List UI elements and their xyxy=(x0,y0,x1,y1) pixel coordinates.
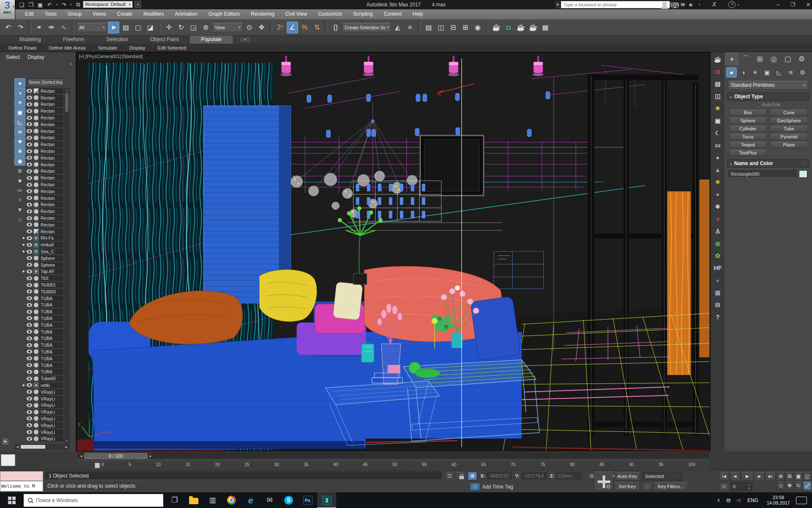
project-folder-icon[interactable]: ⧉ xyxy=(74,1,82,8)
name-and-color-rollout[interactable]: ▾Name and Color∷ xyxy=(727,159,809,168)
visibility-eye-icon[interactable] xyxy=(27,223,32,226)
menu-item[interactable]: Scripting xyxy=(348,9,379,19)
explorer-row[interactable]: TUBA xyxy=(22,308,63,315)
light-icon[interactable]: ☀ xyxy=(713,104,723,113)
object-type-button[interactable]: Torus xyxy=(729,134,767,140)
explorer-row[interactable]: Rectan xyxy=(22,135,63,141)
named-selection-sets-dropdown[interactable]: Create Selection Se xyxy=(342,23,391,32)
select-and-place-icon[interactable]: ⊚ xyxy=(200,22,211,33)
ribbon-tab[interactable]: Selection xyxy=(95,36,139,44)
explorer-row[interactable]: TUBA xyxy=(22,335,63,342)
add-time-tag-label[interactable]: Add Time Tag xyxy=(482,484,513,490)
object-type-button[interactable]: TextPlus xyxy=(729,150,767,156)
visibility-eye-icon[interactable] xyxy=(27,330,32,334)
unlink-selection-icon[interactable]: ⚮ xyxy=(46,22,57,33)
visibility-eye-icon[interactable] xyxy=(27,397,32,400)
save-file-icon[interactable]: ▣ xyxy=(36,1,44,8)
redo-icon[interactable]: ↷ xyxy=(60,1,68,8)
undo-dropdown[interactable]: ▾ xyxy=(55,1,58,8)
menu-item[interactable]: Edit xyxy=(19,9,39,19)
explorer-row[interactable]: ▶ Sea_C xyxy=(22,248,63,255)
render-setup-icon[interactable]: ▤ xyxy=(713,79,723,88)
spinner-snap-icon[interactable]: ⇅ xyxy=(311,22,323,33)
set-key-button[interactable]: Set Key xyxy=(614,482,640,491)
key-filters-button[interactable]: Key Filters... xyxy=(654,482,688,491)
visibility-eye-icon[interactable] xyxy=(27,337,32,340)
visibility-eye-icon[interactable] xyxy=(27,216,32,220)
track-bar[interactable]: 0510152025303540455055606570758085909510… xyxy=(77,461,710,470)
scroll-thumb[interactable] xyxy=(21,445,45,449)
visibility-eye-icon[interactable] xyxy=(27,316,32,320)
scroll-right-icon[interactable]: ▶ xyxy=(64,444,69,449)
reference-coordinate-dropdown[interactable]: View xyxy=(212,23,243,32)
explorer-row[interactable]: Rectan xyxy=(22,161,63,168)
explorer-row[interactable]: VRayLi xyxy=(22,415,63,422)
expand-arrow-icon[interactable]: ▶ xyxy=(22,243,26,246)
explorer-row[interactable]: ▶ Tap AY xyxy=(22,268,63,275)
primitive-category-dropdown[interactable]: Standard Primitives xyxy=(728,81,808,90)
layer-manager-icon[interactable]: ▤ xyxy=(423,22,434,33)
current-frame-marker[interactable] xyxy=(95,463,100,468)
explorer-row[interactable]: Rectan xyxy=(22,121,63,128)
autogrid-checkbox[interactable]: AutoGrid xyxy=(724,102,812,107)
key-steps-icon[interactable]: ∷ xyxy=(642,482,652,491)
filter-geometry-icon[interactable]: ● xyxy=(14,78,25,88)
redo-dropdown[interactable]: ▾ xyxy=(69,1,73,8)
tab-display[interactable]: ▢ xyxy=(781,53,794,65)
pan-icon[interactable]: ✥ xyxy=(785,481,794,490)
fov-icon[interactable]: ◇ xyxy=(776,481,785,490)
go-to-end-button[interactable]: ▶| xyxy=(765,472,776,480)
start-button[interactable] xyxy=(0,492,24,508)
explorer-row[interactable]: Rectan xyxy=(22,228,63,235)
sphere-icon[interactable]: ● xyxy=(713,153,723,162)
explorer-close-icon[interactable]: ✕ xyxy=(69,62,72,66)
explorer-row[interactable]: Rectan xyxy=(22,88,63,94)
explorer-row[interactable]: TUBA xyxy=(22,342,63,348)
minimize-button[interactable]: – xyxy=(776,2,779,8)
ribbon-tab[interactable]: Freeform xyxy=(52,36,96,44)
help-icon[interactable]: ? xyxy=(728,1,735,8)
visibility-eye-icon[interactable] xyxy=(27,116,32,120)
ribbon-toggle-icon[interactable]: ◫ xyxy=(435,22,447,33)
workspace-dropdown[interactable]: ▾Workspace: Default xyxy=(83,1,133,8)
explorer-row[interactable]: Sphere xyxy=(22,262,63,268)
explorer-row[interactable]: ▶ rimka0 xyxy=(22,241,63,248)
ribbon-tool-button[interactable]: Display xyxy=(123,44,152,52)
viewport-label[interactable]: [+] [PhysCamera001] [Standard] xyxy=(79,54,143,59)
object-type-button[interactable]: Cylinder xyxy=(729,126,767,132)
redo-icon[interactable]: ↷ xyxy=(15,22,26,33)
bind-to-space-warp-icon[interactable]: ∿ xyxy=(58,22,69,33)
visibility-eye-icon[interactable] xyxy=(27,169,32,173)
next-frame-nub[interactable]: ▸ xyxy=(148,453,154,459)
close-button[interactable]: ✕ xyxy=(806,2,810,8)
tab-utilities[interactable]: ⚙ xyxy=(795,53,808,65)
previous-frame-nub[interactable]: ◂ xyxy=(78,453,84,459)
tab-hierarchy[interactable]: ⊞ xyxy=(753,53,766,65)
taskbar-search[interactable]: Поиск в Windows xyxy=(24,494,163,507)
expand-arrow-icon[interactable]: ▶ xyxy=(22,250,26,253)
y-coordinate-field[interactable]: -107179,4 xyxy=(522,472,546,479)
globe-icon[interactable]: ◍ xyxy=(713,239,723,248)
select-and-manipulate-icon[interactable]: ✥ xyxy=(256,22,267,33)
tray-expand-icon[interactable]: ∧ xyxy=(714,497,723,503)
visibility-eye-icon[interactable] xyxy=(27,296,32,300)
set-keys-button[interactable] xyxy=(594,472,613,491)
visibility-eye-icon[interactable] xyxy=(27,122,32,126)
plane-icon[interactable]: ▭ xyxy=(713,141,723,150)
explorer-row[interactable]: VRayLi xyxy=(22,422,63,429)
language-indicator[interactable]: ENG xyxy=(743,497,763,503)
current-frame-field[interactable]: ▴▾ 0 xyxy=(730,482,752,491)
menu-item[interactable]: Customize xyxy=(313,9,348,19)
snow-icon[interactable]: ❄ xyxy=(713,202,723,211)
explorer-row[interactable]: Rectan xyxy=(22,114,63,121)
render-teapot-icon[interactable]: ☕ xyxy=(713,55,723,64)
x-coordinate-field[interactable]: -94423,52 xyxy=(487,472,512,479)
3dsmax-icon[interactable]: 3 xyxy=(317,492,336,508)
visibility-eye-icon[interactable] xyxy=(27,250,32,254)
cat-geometry-icon[interactable]: ● xyxy=(726,67,737,77)
render-iterative-icon[interactable]: ☕ xyxy=(527,22,539,33)
foliage-icon[interactable]: ✿ xyxy=(713,251,723,260)
explorer-row[interactable]: Rectan xyxy=(22,108,63,114)
schematic-view-icon[interactable]: ⊞ xyxy=(460,22,471,33)
selection-filter-dropdown[interactable]: All xyxy=(77,23,107,32)
